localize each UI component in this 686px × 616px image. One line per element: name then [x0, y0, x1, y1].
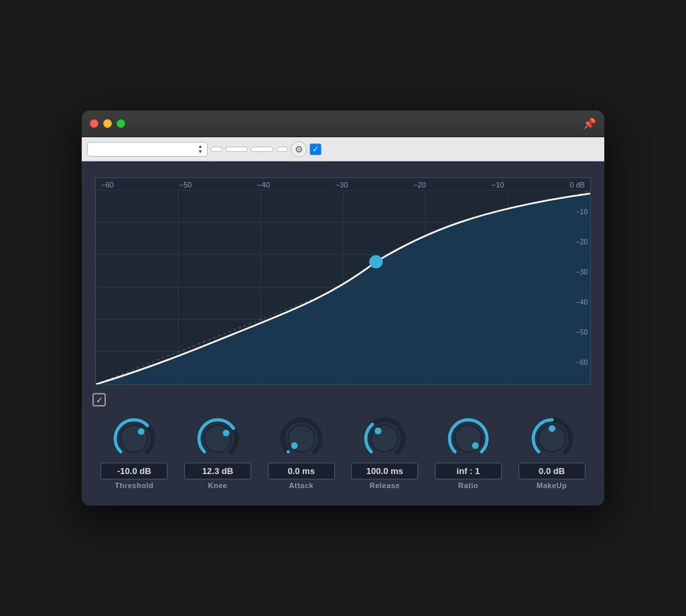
- ratio-knob[interactable]: [444, 414, 492, 463]
- release-label: Release: [370, 481, 400, 489]
- toolbar: ▲▼ ⚙ ✓: [82, 137, 604, 161]
- graph-x-labels: −60 −50 −40 −30 −20 −10 0 dB: [96, 178, 590, 190]
- release-knob[interactable]: [360, 414, 409, 463]
- graph-area: −10 −20 −30 −40 −50 −60: [96, 190, 590, 384]
- io-button[interactable]: [251, 147, 273, 152]
- lookahead-checkbox[interactable]: ✓: [92, 393, 106, 406]
- pin-icon: 📌: [583, 117, 596, 130]
- attack-knob-container: 0.0 ms Attack: [265, 414, 338, 489]
- settings-icon[interactable]: ⚙: [291, 141, 307, 157]
- threshold-knob-container: -10.0 dB Threshold: [97, 414, 171, 489]
- makeup-knob[interactable]: [528, 414, 576, 463]
- plugin-title: [82, 161, 604, 177]
- graph-svg: [96, 190, 590, 384]
- knee-knob[interactable]: [194, 414, 242, 463]
- makeup-knob-container: 0.0 dB MakeUp: [515, 414, 589, 489]
- lookahead-row: ✓: [92, 393, 594, 406]
- knee-label: Knee: [208, 481, 228, 489]
- close-button[interactable]: [90, 119, 98, 128]
- release-value[interactable]: 100.0 ms: [351, 463, 418, 479]
- threshold-knob[interactable]: [110, 414, 158, 463]
- minimize-button[interactable]: [103, 119, 112, 128]
- ratio-label: Ratio: [458, 481, 478, 489]
- ratio-value[interactable]: inf : 1: [435, 463, 502, 479]
- knee-value[interactable]: 12.3 dB: [184, 463, 251, 479]
- attack-label: Attack: [289, 481, 314, 489]
- threshold-value[interactable]: -10.0 dB: [100, 463, 167, 479]
- knobs-row: -10.0 dB Threshold 12.3 dB Knee 0.0 ms A…: [92, 414, 594, 489]
- ui-button[interactable]: [276, 147, 288, 152]
- attack-value[interactable]: 0.0 ms: [268, 463, 335, 479]
- graph-container[interactable]: −60 −50 −40 −30 −20 −10 0 dB: [95, 177, 591, 385]
- preset-arrows-icon: ▲▼: [198, 144, 203, 155]
- plugin-window: 📌 ▲▼ ⚙ ✓ −60 −50 −40 −30 −20 −10 0 dB: [82, 110, 604, 506]
- param-button[interactable]: [225, 147, 248, 152]
- threshold-label: Threshold: [115, 481, 153, 489]
- traffic-lights: [90, 119, 125, 128]
- makeup-value[interactable]: 0.0 dB: [519, 463, 586, 479]
- controls-section: ✓ -10.0 dB Threshold 12.3 dB Knee: [82, 393, 604, 506]
- titlebar: 📌: [82, 110, 604, 137]
- plugin-body: −60 −50 −40 −30 −20 −10 0 dB: [82, 161, 604, 506]
- ratio-knob-container: inf : 1 Ratio: [431, 414, 505, 489]
- add-button[interactable]: [210, 147, 222, 152]
- svg-point-15: [370, 256, 382, 268]
- active-checkbox[interactable]: ✓: [310, 143, 322, 155]
- knee-knob-container: 12.3 dB Knee: [181, 414, 255, 489]
- release-knob-container: 100.0 ms Release: [348, 414, 421, 489]
- attack-knob[interactable]: [277, 414, 326, 463]
- makeup-label: MakeUp: [537, 481, 567, 489]
- preset-selector[interactable]: ▲▼: [87, 142, 208, 157]
- maximize-button[interactable]: [117, 119, 125, 128]
